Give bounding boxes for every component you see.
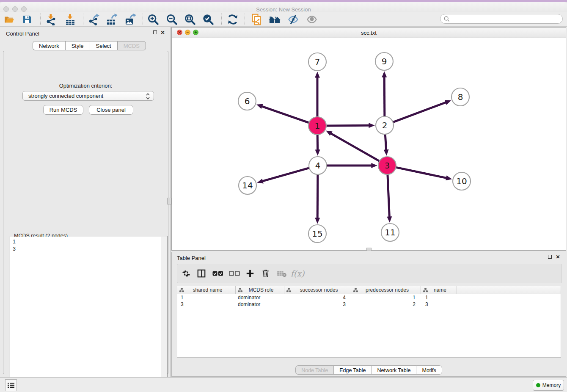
toolbar-separator <box>143 14 143 25</box>
function-builder-icon[interactable]: f(x) <box>291 267 304 280</box>
graph-node-8[interactable]: 8 <box>451 88 469 106</box>
table-row[interactable]: 3dominator323 <box>177 301 561 308</box>
settings-icon[interactable] <box>179 267 193 280</box>
export-network-icon[interactable] <box>86 13 102 26</box>
table-panel: Table Panel ✕ <box>171 252 566 377</box>
toolbar-separator <box>221 14 222 25</box>
node-table[interactable]: shared nameMCDS rolesuccessor nodesprede… <box>177 286 561 358</box>
zoom-in-icon[interactable] <box>146 13 161 26</box>
column-header-MCDS-role[interactable]: MCDS role <box>236 286 284 294</box>
table-cell[interactable]: 3 <box>421 301 457 308</box>
tab-style[interactable]: Style <box>65 41 90 50</box>
table-cell[interactable]: 1 <box>177 294 236 301</box>
edge-1-2[interactable] <box>325 125 369 126</box>
close-panel-icon[interactable]: ✕ <box>160 30 165 36</box>
edge-3-1[interactable] <box>331 133 380 161</box>
column-layout-icon[interactable] <box>195 267 208 280</box>
tab-node-table[interactable]: Node Table <box>295 365 333 375</box>
edge-3-10[interactable] <box>395 167 446 178</box>
hide-details-icon[interactable] <box>286 13 301 26</box>
horizontal-splitter-handle[interactable] <box>366 248 372 251</box>
export-table-icon[interactable] <box>104 13 119 26</box>
tab-network[interactable]: Network <box>33 41 65 50</box>
column-sort-icon[interactable] <box>238 288 242 293</box>
network-view-window: ✕ − + scc.txt 1234678910111415 <box>171 27 566 251</box>
graph-node-2[interactable]: 2 <box>376 116 394 134</box>
edge-2-9[interactable] <box>384 77 385 117</box>
graph-node-7[interactable]: 7 <box>308 53 326 71</box>
tab-mcds[interactable]: MCDS <box>117 41 146 50</box>
import-network-icon[interactable] <box>44 13 59 26</box>
result-scrollbar[interactable] <box>161 237 167 392</box>
graph-node-1[interactable]: 1 <box>308 117 326 135</box>
memory-label: Memory <box>542 382 561 388</box>
column-header-successor-nodes[interactable]: successor nodes <box>284 286 351 294</box>
graph-node-11[interactable]: 11 <box>381 224 399 241</box>
close-table-panel-icon[interactable]: ✕ <box>555 254 561 260</box>
open-session-icon[interactable] <box>2 13 17 26</box>
column-sort-icon[interactable] <box>423 288 428 293</box>
zoom-out-icon[interactable] <box>164 13 179 26</box>
add-column-icon[interactable] <box>243 267 257 280</box>
delete-table-icon[interactable] <box>275 267 289 280</box>
edge-3-11[interactable] <box>388 174 390 217</box>
edge-1-6[interactable] <box>262 106 310 123</box>
zoom-selected-icon[interactable] <box>201 13 216 26</box>
refresh-icon[interactable] <box>225 13 240 26</box>
edge-4-14[interactable] <box>263 168 310 181</box>
graph-node-3[interactable]: 3 <box>378 157 396 174</box>
delete-row-icon[interactable] <box>259 267 272 280</box>
graph-node-15[interactable]: 15 <box>308 225 326 243</box>
network-canvas[interactable]: 1234678910111415 <box>172 38 566 250</box>
run-mcds-button[interactable]: Run MCDS <box>43 105 83 115</box>
task-history-button[interactable] <box>5 379 17 391</box>
zoom-fit-icon[interactable] <box>182 13 198 26</box>
search-box[interactable] <box>440 14 563 24</box>
memory-button[interactable]: Memory <box>533 380 564 391</box>
tab-motifs[interactable]: Motifs <box>416 365 442 375</box>
graph-node-14[interactable]: 14 <box>239 177 256 194</box>
show-details-icon[interactable] <box>304 13 319 26</box>
search-input[interactable] <box>450 15 562 23</box>
column-header-predecessor-nodes[interactable]: predecessor nodes <box>351 286 421 294</box>
vertical-splitter-handle[interactable] <box>167 198 171 204</box>
column-header-shared-name[interactable]: shared name <box>177 286 236 294</box>
svg-text:14: 14 <box>242 180 253 190</box>
column-header-name[interactable]: name <box>421 286 457 294</box>
svg-text:1: 1 <box>315 121 320 131</box>
import-table-icon[interactable] <box>63 13 78 26</box>
column-sort-icon[interactable] <box>286 288 291 293</box>
save-session-icon[interactable] <box>19 13 35 26</box>
float-table-panel-icon[interactable] <box>547 254 553 260</box>
table-cell[interactable]: 4 <box>284 294 351 301</box>
tab-network-table[interactable]: Network Table <box>372 365 416 375</box>
column-sort-icon[interactable] <box>179 288 184 293</box>
table-cell[interactable]: dominator <box>236 301 284 308</box>
table-cell[interactable]: dominator <box>236 294 284 301</box>
toolbar-separator <box>245 14 245 25</box>
float-panel-icon[interactable] <box>152 30 158 36</box>
table-cell[interactable]: 3 <box>177 301 236 308</box>
edge-2-3[interactable] <box>385 133 386 150</box>
table-cell[interactable]: 1 <box>421 294 457 301</box>
graph-node-6[interactable]: 6 <box>238 92 256 110</box>
table-cell[interactable]: 3 <box>284 301 351 308</box>
graph-node-9[interactable]: 9 <box>375 52 393 70</box>
tab-edge-table[interactable]: Edge Table <box>333 365 371 375</box>
export-image-icon[interactable] <box>123 13 138 26</box>
column-sort-icon[interactable] <box>353 288 358 293</box>
select-all-icon[interactable] <box>211 267 225 280</box>
table-cell[interactable]: 2 <box>351 301 421 308</box>
table-row[interactable]: 1dominator411 <box>177 294 561 301</box>
clone-network-icon[interactable] <box>249 13 264 26</box>
edge-4-15[interactable] <box>317 174 318 218</box>
home-icon[interactable] <box>267 13 282 26</box>
table-cell[interactable]: 1 <box>351 294 421 301</box>
edge-2-8[interactable] <box>392 102 446 122</box>
graph-node-10[interactable]: 10 <box>453 172 471 190</box>
criterion-dropdown[interactable]: strongly connected component <box>22 91 154 101</box>
deselect-all-icon[interactable] <box>228 267 241 280</box>
close-panel-button[interactable]: Close panel <box>89 105 133 115</box>
graph-node-4[interactable]: 4 <box>309 157 327 174</box>
tab-select[interactable]: Select <box>90 41 117 50</box>
